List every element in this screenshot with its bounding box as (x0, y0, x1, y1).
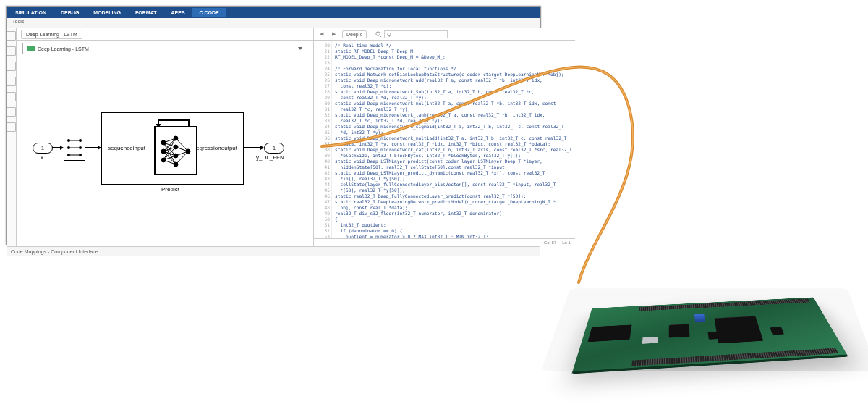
model-canvas[interactable]: 1 x sequenceinput regressionoutput (22, 59, 307, 243)
recurrent-arrow-icon (153, 117, 195, 127)
predict-block-label: Predict (161, 186, 179, 193)
inport-number: 1 (41, 145, 44, 151)
outport-block[interactable]: 1 (264, 143, 284, 154)
ribbon-tab-format[interactable]: FORMAT (128, 8, 163, 17)
ribbon-tab-simulation[interactable]: SIMULATION (8, 8, 54, 17)
sidebar-tool-4[interactable] (7, 77, 16, 86)
signal-x-to-switch (52, 147, 63, 148)
model-path-dropdown[interactable]: Deep Learning - LSTM (22, 43, 307, 54)
capacitor (694, 314, 705, 322)
push-button-1 (707, 331, 720, 339)
signal-switch-to-net (85, 147, 101, 148)
code-pane: ◀ ▶ Deep.c 20 21 22 23 24 25 26 27 28 29… (314, 28, 575, 246)
outport-name-label: y_DL_FFN (256, 154, 284, 161)
svg-point-3 (79, 139, 82, 142)
sequence-input-label: sequenceinput (108, 145, 145, 151)
status-bar: Code Mappings - Component Interface (7, 246, 540, 256)
svg-point-1 (67, 146, 70, 149)
sidebar-tool-2[interactable] (7, 46, 16, 56)
nav-back-button[interactable]: ◀ (318, 31, 326, 37)
code-toolbar: ◀ ▶ Deep.c (314, 28, 575, 41)
outport-number: 1 (273, 145, 276, 151)
neural-net-icon (158, 130, 194, 172)
svg-line-34 (380, 35, 381, 36)
usb-port (642, 337, 658, 344)
dropdown-caret-icon (298, 47, 302, 50)
svg-point-2 (67, 154, 70, 156)
regression-output-label: regressionoutput (194, 145, 237, 151)
code-foot-col: Col 87 (544, 240, 556, 245)
model-path-label: Deep Learning - LSTM (38, 46, 89, 51)
model-tab[interactable]: Deep Learning - LSTM (21, 30, 82, 39)
sidebar-tool-7[interactable] (7, 122, 16, 132)
inport-block[interactable]: 1 (33, 143, 53, 154)
sidebar-tool-3[interactable] (7, 62, 16, 71)
ribbon-tab-ccode[interactable]: C CODE (192, 8, 226, 17)
model-tab-strip: Deep Learning - LSTM (17, 28, 313, 41)
status-bar-text: Code Mappings - Component Interface (11, 249, 98, 254)
signal-net-to-outport (243, 147, 263, 148)
code-footer: Col 87 Ln 1 (314, 238, 575, 246)
sidebar-tool-6[interactable] (7, 107, 16, 117)
predict-block[interactable]: sequenceinput regressionoutput (101, 112, 244, 185)
code-gutter: 20 21 22 23 24 25 26 27 28 29 30 31 32 3… (314, 41, 332, 238)
nav-forward-button[interactable]: ▶ (330, 31, 338, 37)
ribbon-tabs: SIMULATION DEBUG MODELING FORMAT APPS C … (7, 7, 540, 18)
svg-point-5 (79, 154, 82, 156)
code-search (375, 30, 448, 38)
sidebar-tool-5[interactable] (7, 92, 16, 101)
model-pane: Deep Learning - LSTM Deep Learning - LST… (17, 28, 314, 246)
neural-net-inner-block (154, 126, 197, 175)
toolstrip-row: Tools (7, 18, 540, 28)
ribbon-tab-debug[interactable]: DEBUG (54, 8, 86, 17)
ribbon-tab-modeling[interactable]: MODELING (86, 8, 128, 17)
sidebar-tool-1[interactable] (7, 31, 16, 41)
svg-point-0 (67, 139, 70, 142)
model-icon (27, 46, 35, 51)
audio-jack (587, 324, 631, 342)
code-body[interactable]: 20 21 22 23 24 25 26 27 28 29 30 31 32 3… (314, 41, 575, 238)
app-body: Deep Learning - LSTM Deep Learning - LST… (7, 28, 540, 246)
mcu-main (714, 316, 763, 343)
code-lines: /* Real-time model */ static RT_MODEL_De… (332, 41, 575, 238)
search-icon (375, 31, 382, 38)
palette-sidebar (7, 28, 17, 246)
switch-block[interactable] (64, 135, 85, 161)
svg-point-33 (376, 31, 380, 35)
inport-name-label: x (41, 154, 43, 161)
simulink-window: SIMULATION DEBUG MODELING FORMAT APPS C … (6, 6, 541, 245)
code-search-input[interactable] (384, 30, 448, 38)
code-file-tab[interactable]: Deep.c (342, 30, 367, 38)
switch-icon (64, 135, 85, 160)
push-button-2 (770, 327, 784, 335)
mcu-small (669, 324, 690, 337)
hardware-board (557, 210, 861, 416)
ribbon-tab-apps[interactable]: APPS (163, 8, 192, 17)
svg-point-4 (79, 146, 82, 149)
